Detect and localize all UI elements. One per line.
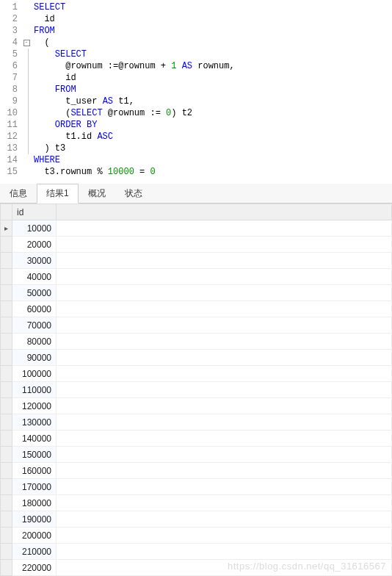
- cell-id[interactable]: 40000: [12, 269, 57, 285]
- cell-empty: [57, 334, 392, 350]
- cell-id[interactable]: 160000: [12, 463, 57, 479]
- line-number: 2: [0, 13, 18, 25]
- code-line[interactable]: WHERE: [34, 154, 392, 166]
- fold-marker: [22, 25, 31, 37]
- cell-empty: [57, 301, 392, 317]
- code-area[interactable]: SELECT idFROM ( SELECT @rownum :=@rownum…: [31, 1, 392, 178]
- table-row[interactable]: 110000: [1, 382, 392, 398]
- fold-marker: [22, 143, 31, 154]
- code-line[interactable]: (: [34, 37, 392, 48]
- code-line[interactable]: FROM: [34, 84, 392, 96]
- table-row[interactable]: 190000: [1, 511, 392, 528]
- cell-empty: [57, 269, 392, 285]
- table-row[interactable]: 210000: [1, 544, 392, 560]
- code-line[interactable]: id: [34, 72, 392, 84]
- code-line[interactable]: FROM: [34, 25, 392, 37]
- cell-id[interactable]: 50000: [12, 285, 57, 301]
- code-line[interactable]: ) t3: [34, 143, 392, 154]
- cell-id[interactable]: 30000: [12, 253, 57, 269]
- row-header-corner: [1, 204, 12, 220]
- row-header: [1, 317, 12, 334]
- cell-id[interactable]: 190000: [12, 511, 57, 528]
- table-row[interactable]: 220000: [1, 560, 392, 576]
- cell-id[interactable]: 20000: [12, 237, 57, 253]
- row-header: [1, 334, 12, 350]
- table-row[interactable]: 80000: [1, 334, 392, 350]
- table-row[interactable]: 90000: [1, 350, 392, 366]
- cell-id[interactable]: 120000: [12, 398, 57, 414]
- fold-marker: [22, 154, 31, 166]
- sql-editor[interactable]: 123456789101112131415 - SELECT idFROM ( …: [0, 0, 392, 178]
- table-row[interactable]: 130000: [1, 414, 392, 431]
- table-row[interactable]: 140000: [1, 431, 392, 447]
- cell-id[interactable]: 100000: [12, 366, 57, 382]
- table-row[interactable]: 150000: [1, 447, 392, 463]
- code-line[interactable]: (SELECT @rownum := 0) t2: [34, 107, 392, 119]
- line-number: 9: [0, 96, 18, 107]
- cell-id[interactable]: 110000: [12, 382, 57, 398]
- cell-id[interactable]: 200000: [12, 528, 57, 544]
- cell-id[interactable]: 90000: [12, 350, 57, 366]
- table-row[interactable]: 120000: [1, 398, 392, 414]
- row-header: [1, 528, 12, 544]
- code-line[interactable]: t1.id ASC: [34, 131, 392, 143]
- fold-marker: [22, 131, 31, 143]
- cell-id[interactable]: 70000: [12, 317, 57, 334]
- cell-id[interactable]: 130000: [12, 414, 57, 431]
- line-number: 1: [0, 1, 18, 13]
- code-line[interactable]: SELECT: [34, 1, 392, 13]
- cell-empty: [57, 366, 392, 382]
- code-line[interactable]: t3.rownum % 10000 = 0: [34, 166, 392, 178]
- row-header: [1, 253, 12, 269]
- fold-marker[interactable]: -: [22, 37, 31, 48]
- row-header: [1, 463, 12, 479]
- line-number: 12: [0, 131, 18, 143]
- line-number: 6: [0, 60, 18, 72]
- cell-empty: [57, 479, 392, 495]
- table-row[interactable]: 30000: [1, 253, 392, 269]
- fold-marker: [22, 166, 31, 178]
- table-row[interactable]: 160000: [1, 463, 392, 479]
- code-line[interactable]: SELECT: [34, 48, 392, 60]
- line-number: 5: [0, 48, 18, 60]
- code-line[interactable]: @rownum :=@rownum + 1 AS rownum,: [34, 60, 392, 72]
- cell-id[interactable]: 60000: [12, 301, 57, 317]
- line-number: 4: [0, 37, 18, 48]
- table-row[interactable]: 60000: [1, 301, 392, 317]
- table-row[interactable]: 40000: [1, 269, 392, 285]
- line-number: 15: [0, 166, 18, 178]
- result-grid[interactable]: id ▸100002000030000400005000060000700008…: [0, 204, 392, 576]
- tab-结果1[interactable]: 结果1: [37, 184, 79, 204]
- table-row[interactable]: 100000: [1, 366, 392, 382]
- code-line[interactable]: ORDER BY: [34, 119, 392, 131]
- row-header: [1, 366, 12, 382]
- column-header-id[interactable]: id: [12, 204, 57, 220]
- fold-column[interactable]: -: [22, 1, 31, 178]
- cell-id[interactable]: 170000: [12, 479, 57, 495]
- tab-信息[interactable]: 信息: [0, 184, 37, 203]
- table-row[interactable]: ▸10000: [1, 220, 392, 237]
- table-row[interactable]: 200000: [1, 528, 392, 544]
- cell-id[interactable]: 80000: [12, 334, 57, 350]
- cell-id[interactable]: 220000: [12, 560, 57, 576]
- cell-id[interactable]: 210000: [12, 544, 57, 560]
- line-number: 3: [0, 25, 18, 37]
- row-header: ▸: [1, 220, 12, 237]
- table-row[interactable]: 50000: [1, 285, 392, 301]
- tab-状态[interactable]: 状态: [115, 184, 152, 203]
- code-line[interactable]: id: [34, 13, 392, 25]
- cell-id[interactable]: 150000: [12, 447, 57, 463]
- cell-id[interactable]: 140000: [12, 431, 57, 447]
- cell-id[interactable]: 180000: [12, 495, 57, 511]
- row-header: [1, 350, 12, 366]
- code-line[interactable]: t_user AS t1,: [34, 96, 392, 107]
- tab-概况[interactable]: 概况: [79, 184, 115, 203]
- row-header: [1, 382, 12, 398]
- table-row[interactable]: 170000: [1, 479, 392, 495]
- cell-id[interactable]: 10000: [12, 220, 57, 237]
- column-header-empty: [57, 204, 392, 220]
- table-row[interactable]: 180000: [1, 495, 392, 511]
- cell-empty: [57, 511, 392, 528]
- table-row[interactable]: 70000: [1, 317, 392, 334]
- table-row[interactable]: 20000: [1, 237, 392, 253]
